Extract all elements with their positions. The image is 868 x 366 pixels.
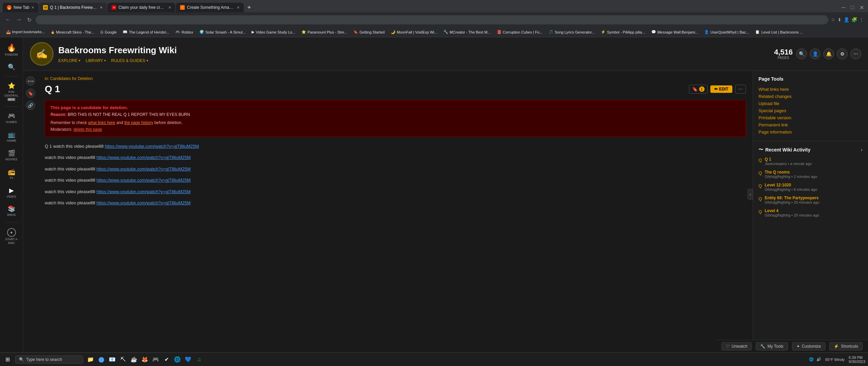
bookmark-minecraft[interactable]: 🔥 Minecraft Skins - The... [49, 29, 96, 35]
tool-printable-version[interactable]: Printable version [758, 114, 863, 121]
extension-icon[interactable]: 🧩 [851, 17, 857, 22]
wiki-search-button[interactable]: 🔍 [796, 48, 807, 59]
bookmark-solar[interactable]: 🌍 Solar Smash - A Simul... [197, 29, 248, 35]
activity-page-2[interactable]: The Q rooms [765, 170, 817, 175]
bookmark-paramount[interactable]: ⭐ Paramount Plus - Stre... [299, 29, 349, 35]
yt-link-4[interactable]: https://www.youtube.com/watch?v=gjT8liuM… [96, 178, 191, 183]
settings-icon[interactable]: ⋮ [859, 17, 864, 22]
wiki-notifications-button[interactable]: 🔔 [823, 48, 834, 59]
shortcuts-button[interactable]: ⚡ Shortcuts [829, 342, 863, 350]
profile-icon[interactable]: 👤 [844, 17, 849, 22]
edit-button[interactable]: ✏ EDIT [710, 85, 732, 93]
new-tab-button[interactable]: + [244, 4, 254, 11]
breadcrumb-link[interactable]: Candidates for Deletion [50, 76, 93, 81]
wiki-user-button[interactable]: 👤 [810, 48, 821, 59]
taskbar-explorer-icon[interactable]: 📁 [86, 355, 95, 364]
delete-page-link[interactable]: delete this page [73, 127, 102, 132]
forward-button[interactable]: → [15, 15, 23, 24]
tool-what-links-here[interactable]: What links here [758, 86, 863, 93]
tool-special-pages[interactable]: Special pages [758, 107, 863, 114]
back-button[interactable]: ← [4, 15, 12, 24]
bookmark-corruption[interactable]: 📕 Corruption Cubes | Fo... [495, 29, 545, 35]
my-tools-button[interactable]: 🔧 My Tools [756, 342, 788, 350]
yt-link-6[interactable]: https://www.youtube.com/watch?v=gjT8liuM… [96, 200, 191, 205]
taskbar-app2-icon[interactable]: ✔ [162, 355, 171, 364]
yt-link-2[interactable]: https://www.youtube.com/watch?v=gjT8liuM… [96, 155, 191, 160]
sidebar-item-fandom[interactable]: 🔥 FANDOM [1, 41, 22, 59]
tab-4[interactable]: C Create Something Amazing - ... ✕ [176, 3, 244, 12]
taskbar-app1-icon[interactable]: 🎮 [151, 355, 160, 364]
bookmark-lyrics[interactable]: 🎵 Song Lyrics Generator... [547, 29, 597, 35]
activity-page-3[interactable]: Level 12:1020 [765, 183, 817, 187]
more-actions-button[interactable]: ⋯ [735, 85, 746, 94]
volume-icon[interactable]: 🔊 [816, 357, 821, 362]
wiki-more-button[interactable]: ⋯ [850, 48, 861, 59]
nav-library[interactable]: LIBRARY ▾ [86, 58, 106, 63]
windows-start-button[interactable]: ⊞ [3, 355, 13, 364]
sidebar-item-games[interactable]: 🎮 GAMES [1, 109, 22, 127]
tool-page-information[interactable]: Page information [758, 128, 863, 136]
tab-new-tab[interactable]: 🔥 New Tab ✕ [3, 3, 38, 12]
sidebar-item-wikis[interactable]: 📚 WIKIS [1, 202, 22, 220]
url-input[interactable]: https://backrooms-freewriting.fandom.com… [36, 15, 828, 24]
bookmark-legend[interactable]: 📖 The Legend of Herobri... [121, 29, 171, 35]
bookmark-star-icon[interactable]: ☆ [831, 17, 835, 22]
restore-button[interactable]: □ [849, 3, 855, 12]
nav-explore[interactable]: EXPLORE ▾ [58, 58, 80, 63]
customize-button[interactable]: ✦ Customize [792, 342, 826, 350]
wifi-icon[interactable]: 🌐 [809, 357, 814, 362]
bookmark-page-button[interactable]: 🔖 [26, 88, 35, 98]
bookmark-getting-started[interactable]: 🔖 Getting Started [351, 29, 387, 35]
minimize-button[interactable]: ─ [840, 3, 847, 12]
taskbar-app3-icon[interactable]: 💙 [183, 355, 193, 364]
bookmark-mcreator[interactable]: 🔧 MCreator - The Best M... [441, 29, 493, 35]
close-button[interactable]: ✕ [858, 3, 865, 12]
tab-close-4[interactable]: ✕ [237, 5, 240, 10]
tab-close-2[interactable]: ✕ [100, 5, 103, 10]
sidebar-item-anime[interactable]: 📺 ANIME [1, 128, 22, 145]
what-links-here-link[interactable]: what links here [88, 120, 115, 125]
tab-close-1[interactable]: ✕ [31, 5, 34, 10]
tab-close-3[interactable]: ✕ [168, 5, 171, 10]
taskbar-chrome-icon[interactable]: ⬤ [97, 355, 106, 364]
tool-related-changes[interactable]: Related changes [758, 93, 863, 100]
taskbar-search-bar[interactable]: 🔍 Type here to search [15, 355, 83, 364]
reload-button[interactable]: ↻ [26, 15, 33, 24]
activity-page-5[interactable]: Level 4 [765, 208, 819, 213]
taskbar-spotify-icon[interactable]: ♫ [194, 355, 204, 364]
bookmark-import[interactable]: 📥 Import bookmarks... [4, 29, 47, 35]
activity-expand-button[interactable]: › [861, 147, 863, 153]
unwatch-button[interactable]: ♡ Unwatch [722, 342, 752, 350]
taskbar-minecraft-icon[interactable]: ⛏ [118, 355, 128, 364]
yt-link-1[interactable]: https://www.youtube.com/watch?v=gjT8liuM… [105, 144, 199, 149]
activity-page-1[interactable]: Q 1 [765, 157, 812, 162]
sidebar-item-fan-central[interactable]: ⭐ FAN CENTRAL BETA [1, 79, 22, 104]
expand-button[interactable]: ⟺ [26, 76, 35, 86]
bookmark-vgsl[interactable]: ▶ Video Game Study Lo... [250, 29, 297, 35]
page-history-link[interactable]: the page history [124, 120, 153, 125]
yt-link-3[interactable]: https://www.youtube.com/watch?v=gjT8liuM… [96, 166, 191, 171]
bookmark-count-button[interactable]: 🔖1 [689, 85, 708, 94]
sidebar-item-movies[interactable]: 🎬 MOVIES [1, 147, 22, 164]
taskbar-java-icon[interactable]: ☕ [129, 355, 139, 364]
download-icon[interactable]: ⬇ [837, 17, 842, 22]
sidebar-item-search[interactable]: 🔍 [1, 61, 22, 74]
sidebar-collapse-button[interactable]: › [748, 189, 753, 200]
activity-page-4[interactable]: Entity 68: The Partypoopers [765, 196, 819, 200]
nav-rules[interactable]: RULES & GUIDES ▾ [111, 58, 148, 63]
bookmark-level-list[interactable]: 📋 Level List | Backrooms ... [753, 29, 805, 35]
link-button[interactable]: 🔗 [26, 101, 35, 110]
tab-3[interactable]: M Claim your daily free credits! -... ✕ [107, 3, 175, 12]
bookmark-google[interactable]: G Google [98, 29, 119, 35]
taskbar-firefox-icon[interactable]: 🦊 [140, 355, 150, 364]
sidebar-item-start-wiki[interactable]: + START A WIKI [1, 225, 22, 248]
yt-link-5[interactable]: https://www.youtube.com/watch?v=gjT8liuM… [96, 189, 191, 194]
wiki-settings-button[interactable]: ⚙ [837, 48, 848, 59]
tab-active[interactable]: W Q 1 | Backrooms Freewriting ... ✕ [39, 3, 107, 12]
bookmark-user[interactable]: 👤 UserQuietWhyit | Bac... [702, 29, 751, 35]
sidebar-item-tv[interactable]: 📻 TV [1, 165, 22, 183]
bookmark-symbol[interactable]: ⚡ Symbol - PiliApp pilia... [599, 29, 647, 35]
taskbar-mail-icon[interactable]: 📧 [107, 355, 117, 364]
bookmark-roblox[interactable]: 🎮 Roblox [173, 29, 195, 35]
taskbar-edge-icon[interactable]: 🌐 [173, 355, 182, 364]
